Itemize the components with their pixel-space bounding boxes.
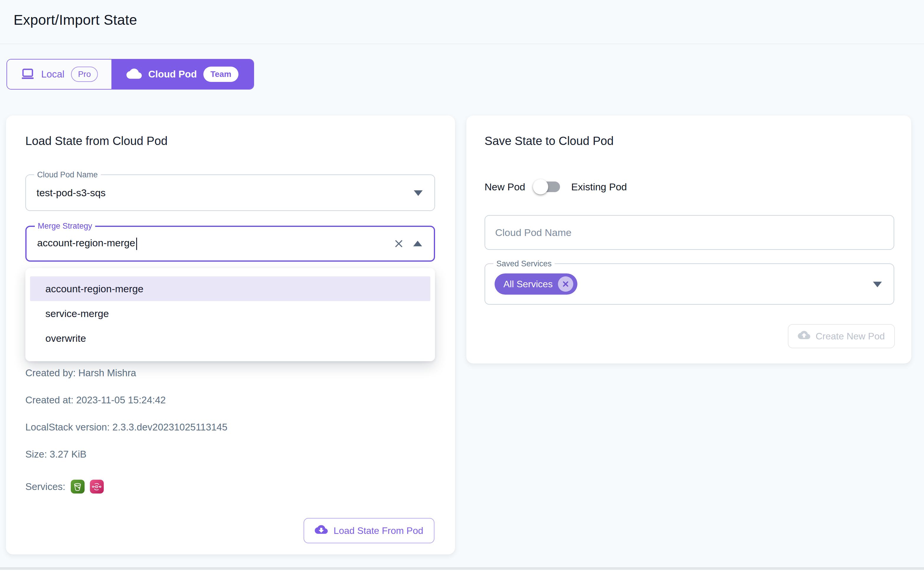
save-pod-name-field	[485, 215, 894, 250]
save-pod-name-input[interactable]	[485, 216, 894, 249]
saved-services-label: Saved Services	[493, 258, 555, 269]
save-panel-title: Save State to Cloud Pod	[485, 134, 613, 148]
pod-mode-switch[interactable]	[533, 179, 564, 195]
services-label: Services:	[25, 481, 65, 492]
load-state-button-label: Load State From Pod	[334, 525, 423, 536]
sqs-service-icon	[90, 480, 104, 494]
scrollbar-underlay	[0, 570, 924, 571]
horizontal-scrollbar[interactable]	[0, 567, 924, 570]
chevron-up-icon[interactable]	[413, 241, 422, 246]
pod-size: Size: 3.27 KiB	[25, 441, 227, 468]
pod-mode-toggle-row: New Pod Existing Pod	[485, 179, 627, 195]
merge-strategy-listbox: account-region-merge service-merge overw…	[25, 268, 435, 361]
option-account-region-merge[interactable]: account-region-merge	[30, 276, 430, 301]
services-row: Services:	[25, 480, 227, 494]
create-new-pod-button[interactable]: Create New Pod	[788, 324, 895, 348]
created-by: Created by: Harsh Mishra	[25, 360, 227, 387]
option-service-merge[interactable]: service-merge	[25, 301, 435, 326]
new-pod-label: New Pod	[485, 181, 525, 193]
header-divider	[0, 43, 924, 44]
pro-badge: Pro	[71, 66, 98, 82]
tab-cloud-pod[interactable]: Cloud Pod Team	[111, 60, 253, 89]
state-mode-tabs: Local Pro Cloud Pod Team	[6, 59, 254, 90]
merge-strategy-value: account-region-merge	[37, 237, 137, 250]
option-overwrite[interactable]: overwrite	[25, 326, 435, 350]
merge-strategy-combobox[interactable]: Merge Strategy account-region-merge	[25, 226, 435, 262]
chevron-down-icon	[873, 282, 882, 287]
localstack-version: LocalStack version: 2.3.3.dev20231025113…	[25, 414, 227, 441]
switch-thumb	[533, 179, 548, 194]
cloud-icon	[127, 66, 142, 82]
existing-pod-label: Existing Pod	[571, 181, 627, 193]
all-services-chip-label: All Services	[504, 279, 553, 290]
tab-cloud-pod-label: Cloud Pod	[148, 69, 197, 80]
tab-local-label: Local	[41, 69, 65, 80]
s3-service-icon	[71, 480, 85, 494]
pod-name-select-label: Cloud Pod Name	[34, 169, 101, 180]
tab-local[interactable]: Local Pro	[7, 60, 111, 89]
chip-delete-icon[interactable]	[558, 276, 573, 292]
create-new-pod-button-label: Create New Pod	[816, 331, 885, 342]
pod-metadata: Created by: Harsh Mishra Created at: 202…	[25, 360, 227, 494]
pod-name-select[interactable]: Cloud Pod Name test-pod-s3-sqs	[25, 174, 435, 211]
text-caret	[136, 238, 137, 250]
clear-icon[interactable]	[394, 239, 404, 248]
load-panel-title: Load State from Cloud Pod	[25, 134, 168, 148]
created-at: Created at: 2023-11-05 15:24:42	[25, 387, 227, 414]
cloud-upload-icon	[798, 329, 810, 344]
load-state-button[interactable]: Load State From Pod	[304, 518, 434, 543]
merge-strategy-label: Merge Strategy	[35, 221, 95, 231]
save-state-panel: Save State to Cloud Pod New Pod Existing…	[466, 116, 911, 364]
chevron-down-icon	[414, 190, 423, 196]
load-state-panel: Load State from Cloud Pod Cloud Pod Name…	[6, 116, 455, 554]
laptop-icon	[21, 66, 35, 82]
saved-services-select[interactable]: Saved Services All Services	[485, 263, 894, 305]
page-title: Export/Import State	[14, 12, 137, 28]
pod-name-select-value: test-pod-s3-sqs	[37, 187, 105, 199]
cloud-download-icon	[315, 523, 328, 538]
all-services-chip: All Services	[494, 273, 577, 295]
team-badge: Team	[203, 66, 238, 82]
